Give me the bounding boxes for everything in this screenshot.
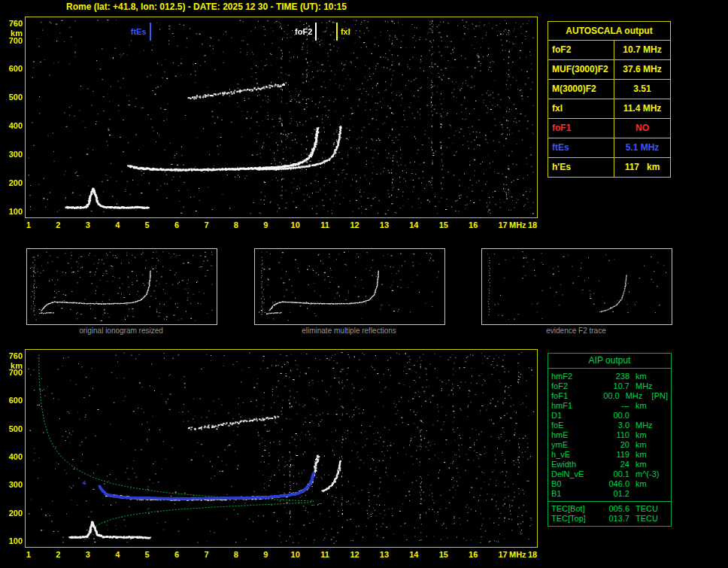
autoscala-row-value: 5.1 MHz	[614, 138, 670, 157]
autoscala-row-fxI: fxI11.4 MHz	[548, 99, 670, 119]
x-axis-tick: 1	[19, 220, 38, 229]
aip-value: 10.7	[599, 381, 629, 391]
marker-fxI-label: fxI	[341, 27, 375, 36]
aip-unit: m^(-3)	[629, 469, 666, 479]
aip-label: B0	[548, 479, 599, 489]
autoscala-row-MUF(3000)F2: MUF(3000)F237.6 MHz	[548, 60, 670, 80]
aip-label: B1	[548, 489, 599, 499]
aip-note	[666, 381, 671, 391]
aip-unit	[629, 411, 666, 421]
aip-label: D1	[548, 411, 599, 421]
autoscala-row-ftEs: ftEs5.1 MHz	[548, 138, 670, 158]
aip-row-h_vE: h_vE119km	[548, 450, 671, 460]
aip-label: TEC[Bot]	[548, 504, 599, 514]
aip-value: 24	[599, 460, 629, 469]
autoscala-row-value: 11.4 MHz	[614, 99, 670, 118]
autoscala-row-M(3000)F2: M(3000)F23.51	[548, 80, 670, 99]
aip-row-hmE: hmE110km	[548, 430, 671, 440]
aip-note	[666, 489, 671, 499]
aip-value: 013.7	[599, 514, 629, 524]
y-axis-tick: 600	[2, 64, 23, 73]
aip-note	[666, 460, 671, 469]
x-axis-unit-label: MHz	[508, 220, 527, 229]
aip-value: 00.0	[593, 391, 620, 401]
x-axis-tick: 7	[196, 550, 216, 559]
aip-row-Ewidth: Ewidth24km	[548, 460, 671, 469]
aip-value: 119	[599, 450, 629, 460]
autoscala-row-label: fxI	[548, 99, 614, 118]
y-axis-tick: 760	[2, 351, 23, 360]
marker-foF2-line	[315, 23, 317, 41]
autoscala-row-label: foF1	[548, 119, 614, 138]
x-axis-tick: 14	[404, 220, 423, 229]
thumbnail-multiple-reflections	[254, 248, 445, 325]
aip-note	[666, 440, 671, 450]
y-axis-tick: 760	[2, 19, 23, 28]
autoscala-row-value: NO	[614, 119, 670, 138]
marker-fxI-line	[336, 23, 338, 41]
x-axis-tick: 5	[138, 220, 157, 229]
autoscala-output-table: AUTOSCALA output foF210.7 MHzMUF(3000)F2…	[548, 21, 671, 178]
aip-label: foF1	[548, 391, 593, 401]
thumbnail-caption-reflections: eliminate multiple reflections	[254, 327, 444, 335]
autoscala-table-rows: foF210.7 MHzMUF(3000)F237.6 MHzM(3000)F2…	[548, 41, 670, 177]
x-axis-tick: 15	[434, 220, 453, 229]
aip-table-tec-rows: TEC[Bot]005.6TECUTEC[Top]013.7TECU	[548, 501, 671, 526]
aip-row-D1: D100.0	[548, 411, 671, 421]
aip-note	[666, 504, 671, 514]
aip-value: 005.6	[599, 504, 629, 514]
x-axis-tick: 8	[226, 550, 246, 559]
x-axis-tick: 15	[434, 550, 453, 559]
aip-row-B0: B0046.0km	[548, 479, 671, 489]
aip-label: h_vE	[548, 450, 599, 460]
aip-note	[666, 421, 671, 430]
marker-ftEs-label: ftEs	[114, 27, 147, 36]
aip-unit: km	[629, 460, 666, 469]
x-axis-tick: 10	[286, 220, 305, 229]
aip-row-B1: B101.2	[548, 489, 671, 499]
aip-unit: km	[629, 430, 666, 440]
aip-label: hmF2	[548, 372, 599, 381]
y-axis-tick: 100	[2, 536, 23, 545]
aip-value: 238	[599, 372, 629, 381]
y-axis-tick: 700	[2, 368, 23, 377]
thumbnail-canvas-reflections	[255, 249, 443, 323]
x-axis-tick: 12	[345, 550, 365, 559]
thumbnail-original-ionogram	[26, 248, 217, 325]
aip-row-TEC[Top]: TEC[Top]013.7TECU	[548, 514, 671, 524]
aip-value: 00.0	[599, 411, 629, 421]
aip-row-hmF2: hmF2238km	[548, 372, 671, 381]
aip-label: hmE	[548, 430, 599, 440]
autoscala-table-title: AUTOSCALA output	[548, 22, 670, 41]
ionogram-canvas-bottom	[26, 350, 535, 545]
y-axis-tick: 700	[2, 36, 23, 45]
aip-label: foE	[548, 421, 599, 430]
autoscala-row-label: h'Es	[548, 158, 614, 177]
aip-output-table: AIP output hmF2238kmfoF210.7MHzfoF100.0M…	[548, 353, 672, 527]
ionogram-plot-top	[25, 17, 538, 218]
aip-note	[666, 372, 671, 381]
autoscala-row-value: 3.51	[614, 80, 670, 99]
autoscala-row-foF1: foF1NO	[548, 119, 670, 138]
aip-label: ymE	[548, 440, 599, 450]
x-axis-tick: 10	[286, 550, 305, 559]
x-axis-tick: 13	[375, 220, 394, 229]
y-axis-tick: 200	[2, 509, 23, 518]
aip-note	[666, 411, 671, 421]
y-axis-tick: 100	[2, 207, 23, 216]
thumbnail-f2-trace	[481, 248, 672, 325]
x-axis-tick: 1	[19, 550, 38, 559]
x-axis-tick: 13	[375, 550, 394, 559]
x-axis-tick: 4	[108, 550, 127, 559]
aip-unit: km	[629, 372, 666, 381]
page-title: Rome (lat: +41.8, lon: 012.5) - DATE: 20…	[66, 2, 347, 12]
x-axis-tick: 3	[78, 220, 98, 229]
autoscala-row-label: foF2	[548, 41, 614, 59]
y-axis-tick: 500	[2, 93, 23, 102]
x-axis-tick: 16	[463, 220, 483, 229]
aip-row-TEC[Bot]: TEC[Bot]005.6TECU	[548, 504, 671, 514]
x-axis-tick: 3	[78, 550, 98, 559]
autoscala-row-value: 10.7 MHz	[614, 41, 670, 59]
x-axis-tick: 8	[226, 220, 246, 229]
aip-label: hmF1	[548, 401, 599, 411]
